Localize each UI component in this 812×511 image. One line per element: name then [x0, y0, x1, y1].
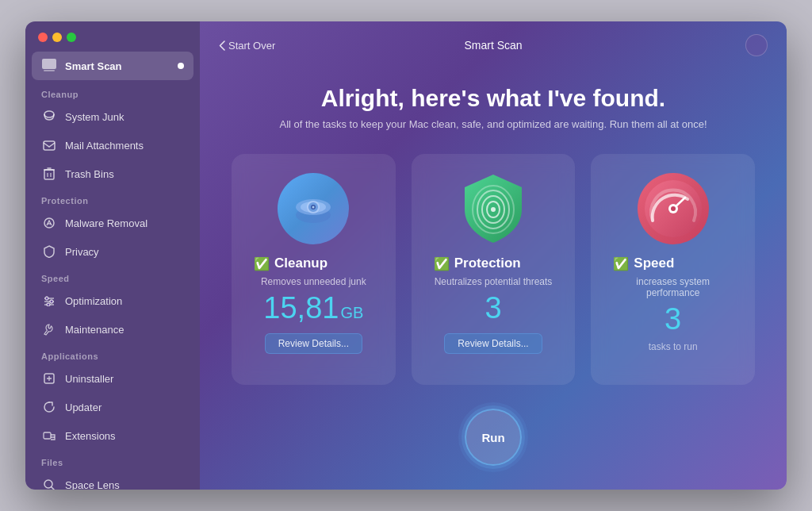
- svg-rect-0: [42, 59, 56, 69]
- malware-label: Malware Removal: [65, 217, 147, 229]
- speed-subtask: tasks to run: [649, 341, 698, 352]
- cleanup-card-icon: [278, 173, 349, 244]
- svg-rect-4: [44, 170, 54, 179]
- back-label: Start Over: [228, 40, 275, 52]
- svg-point-10: [45, 297, 48, 300]
- maximize-button[interactable]: [67, 33, 76, 42]
- cleanup-desc: Removes unneeded junk: [261, 276, 366, 287]
- sidebar-item-smart-scan[interactable]: Smart Scan: [32, 52, 193, 80]
- cleanup-number: 15,81: [263, 292, 339, 325]
- updater-icon: [41, 399, 57, 415]
- sidebar-item-space-lens[interactable]: Space Lens: [32, 471, 193, 490]
- svg-rect-14: [44, 432, 51, 439]
- sidebar-item-system-junk[interactable]: System Junk: [32, 103, 193, 130]
- cleanup-card: ✅ Cleanup Removes unneeded junk 15,81 GB…: [232, 154, 396, 385]
- protection-desc: Neutralizes potential threats: [435, 276, 553, 287]
- protection-title: Protection: [454, 256, 521, 271]
- extensions-icon: [41, 428, 57, 444]
- sidebar-item-updater[interactable]: Updater: [32, 394, 193, 421]
- speed-check-icon: ✅: [613, 256, 629, 271]
- extensions-label: Extensions: [65, 430, 116, 442]
- sidebar-item-malware-removal[interactable]: Malware Removal: [32, 209, 193, 236]
- svg-point-35: [491, 207, 496, 212]
- sidebar-item-privacy[interactable]: Privacy: [32, 238, 193, 265]
- sidebar-item-uninstaller[interactable]: Uninstaller: [32, 365, 193, 392]
- protection-check-icon: ✅: [434, 256, 450, 271]
- svg-point-39: [671, 206, 676, 211]
- minimize-button[interactable]: [52, 33, 62, 42]
- trash-icon: [41, 166, 57, 182]
- sidebar-item-maintenance[interactable]: Maintenance: [32, 316, 193, 343]
- section-speed: Speed: [25, 266, 200, 286]
- hero-subtitle: All of the tasks to keep your Mac clean,…: [232, 118, 755, 130]
- main-content: Start Over Smart Scan Alright, here's wh…: [200, 21, 787, 490]
- updater-label: Updater: [65, 402, 102, 413]
- app-window: Smart Scan Cleanup System Junk Mail: [25, 21, 787, 490]
- protection-card-icon: [458, 173, 529, 244]
- uninstaller-label: Uninstaller: [65, 373, 113, 385]
- trash-bins-label: Trash Bins: [65, 168, 114, 180]
- speed-title-row: ✅ Speed: [613, 256, 733, 271]
- svg-rect-1: [44, 70, 55, 71]
- system-junk-icon: [41, 109, 57, 125]
- smart-scan-icon: [41, 58, 57, 74]
- mail-icon: [41, 137, 57, 153]
- sidebar-item-extensions[interactable]: Extensions: [32, 422, 193, 449]
- speed-desc: increases system performance: [613, 276, 733, 298]
- cleanup-number-suffix: GB: [340, 304, 363, 322]
- topbar-dot[interactable]: [745, 34, 768, 56]
- section-cleanup: Cleanup: [25, 82, 200, 102]
- svg-rect-3: [44, 141, 55, 150]
- svg-point-12: [47, 303, 50, 306]
- svg-point-30: [312, 206, 315, 209]
- protection-review-button[interactable]: Review Details...: [444, 333, 542, 354]
- top-bar: Start Over Smart Scan: [200, 21, 787, 69]
- sidebar-item-optimization[interactable]: Optimization: [32, 287, 193, 314]
- privacy-label: Privacy: [65, 246, 99, 258]
- uninstaller-icon: [41, 371, 57, 386]
- run-section: Run: [200, 401, 787, 490]
- cards-row: ✅ Cleanup Removes unneeded junk 15,81 GB…: [200, 138, 787, 401]
- topbar-title: Smart Scan: [464, 39, 522, 52]
- protection-card: ✅ Protection Neutralizes potential threa…: [412, 154, 576, 385]
- sidebar-item-mail-attachments[interactable]: Mail Attachments: [32, 132, 193, 159]
- close-button[interactable]: [38, 33, 48, 42]
- back-chevron-icon: [219, 40, 225, 51]
- cleanup-title: Cleanup: [274, 256, 327, 271]
- cleanup-review-button[interactable]: Review Details...: [265, 333, 362, 354]
- speed-number: 3: [665, 303, 681, 336]
- optimization-icon: [41, 293, 57, 309]
- protection-title-row: ✅ Protection: [434, 256, 553, 271]
- run-button[interactable]: Run: [465, 409, 522, 466]
- sidebar-item-trash-bins[interactable]: Trash Bins: [32, 160, 193, 187]
- section-protection: Protection: [25, 188, 200, 209]
- space-lens-icon: [41, 477, 57, 490]
- cleanup-number-row: 15,81 GB: [263, 292, 363, 325]
- smart-scan-label: Smart Scan: [65, 60, 122, 72]
- active-indicator: [178, 63, 184, 69]
- maintenance-label: Maintenance: [65, 324, 124, 336]
- traffic-lights: [25, 21, 200, 50]
- section-files: Files: [25, 450, 200, 471]
- speed-card-icon: [638, 173, 709, 244]
- section-applications: Applications: [25, 344, 200, 364]
- sidebar: Smart Scan Cleanup System Junk Mail: [25, 21, 200, 490]
- hero-section: Alright, here's what I've found. All of …: [200, 69, 787, 138]
- cleanup-check-icon: ✅: [254, 256, 270, 271]
- svg-line-17: [52, 487, 55, 490]
- speed-card: ✅ Speed increases system performance 3 t…: [591, 154, 755, 385]
- privacy-icon: [41, 244, 57, 259]
- space-lens-label: Space Lens: [65, 479, 120, 490]
- svg-point-2: [44, 111, 54, 117]
- hero-title: Alright, here's what I've found.: [232, 85, 755, 112]
- cleanup-title-row: ✅ Cleanup: [254, 256, 373, 271]
- system-junk-label: System Junk: [65, 111, 124, 123]
- malware-icon: [41, 215, 57, 231]
- speed-title: Speed: [634, 256, 674, 271]
- mail-attachments-label: Mail Attachments: [65, 140, 144, 152]
- optimization-label: Optimization: [65, 295, 122, 307]
- back-button[interactable]: Start Over: [219, 40, 275, 52]
- maintenance-icon: [41, 321, 57, 337]
- svg-point-11: [50, 300, 53, 303]
- protection-number: 3: [485, 292, 501, 325]
